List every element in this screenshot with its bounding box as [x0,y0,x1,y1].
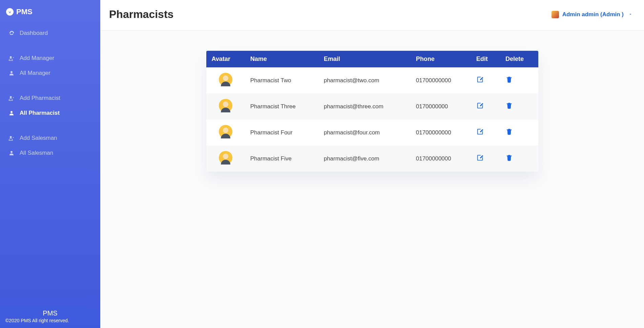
brand[interactable]: PMS [0,0,100,26]
cell-phone: 01700000000 [411,146,471,172]
trash-icon[interactable] [505,128,513,135]
sidebar-item-label: Add Salesman [20,135,57,141]
sidebar-item-label: All Salesman [20,150,53,156]
nav: DashboardAdd ManagerAll ManagerAdd Pharm… [0,26,100,171]
sidebar-item-label: All Manager [20,70,50,76]
avatar [219,73,232,86]
cell-email: pharmacist@three.com [318,93,411,119]
avatar [219,125,232,138]
sidebar-item-label: Add Manager [20,55,54,62]
cell-phone: 01700000000 [411,119,471,146]
cell-edit [471,67,500,93]
edit-icon[interactable] [476,128,484,135]
cell-name: Pharmacist Five [245,146,318,172]
svg-point-0 [8,10,12,14]
user-plus-icon [8,95,15,101]
cell-delete [500,67,538,93]
sidebar-item-dashboard[interactable]: Dashboard [0,26,100,41]
sidebar-item-all-salesman[interactable]: All Salesman [0,146,100,160]
edit-icon[interactable] [476,154,484,161]
svg-point-6 [11,111,13,113]
content: AvatarNameEmailPhoneEditDelete Pharmacis… [100,30,644,328]
cell-phone: 0170000000 [411,93,471,119]
brand-text: PMS [16,7,33,16]
sidebar: PMS DashboardAdd ManagerAll ManagerAdd P… [0,0,100,328]
svg-point-4 [11,71,13,73]
trash-icon[interactable] [505,102,513,109]
pharmacists-table: AvatarNameEmailPhoneEditDelete Pharmacis… [206,51,538,172]
user-badge-icon [552,11,559,18]
cell-edit [471,146,500,172]
cell-delete [500,119,538,146]
table-row: Pharmacist Fourpharmacist@four.com017000… [206,119,538,146]
trash-icon[interactable] [505,154,513,161]
user-label: Admin admin (Admin ) [562,11,624,18]
cell-phone: 01700000000 [411,67,471,93]
table-header-row: AvatarNameEmailPhoneEditDelete [206,51,538,67]
main: Pharmacists Admin admin (Admin ) AvatarN… [100,0,644,328]
cell-name: Pharmacist Three [245,93,318,119]
sidebar-item-add-salesman[interactable]: Add Salesman [0,131,100,146]
sidebar-item-label: Add Pharmacist [20,95,60,102]
col-email: Email [318,51,411,67]
edit-icon[interactable] [476,76,484,83]
edit-icon[interactable] [476,102,484,109]
col-edit: Edit [471,51,500,67]
table-row: Pharmacist Threepharmacist@three.com0170… [206,93,538,119]
cell-avatar [206,146,245,172]
laugh-icon [6,8,14,16]
svg-point-8 [11,151,13,153]
table-row: Pharmacist Fivepharmacist@five.com017000… [206,146,538,172]
user-dropdown[interactable]: Admin admin (Admin ) [552,11,632,18]
trash-icon[interactable] [505,76,513,83]
cell-name: Pharmacist Four [245,119,318,146]
cell-delete [500,146,538,172]
user-plus-icon [8,55,15,61]
cell-email: pharmacist@two.com [318,67,411,93]
pharmacists-table-card: AvatarNameEmailPhoneEditDelete Pharmacis… [206,51,538,172]
avatar [219,99,232,112]
cell-avatar [206,119,245,146]
col-avatar: Avatar [206,51,245,67]
col-name: Name [245,51,318,67]
col-delete: Delete [500,51,538,67]
sidebar-item-label: Dashboard [20,30,48,37]
cell-email: pharmacist@four.com [318,119,411,146]
user-plus-icon [8,135,15,141]
chevron-down-icon [628,11,632,18]
cell-avatar [206,67,245,93]
sidebar-item-label: All Pharmacist [20,110,60,116]
cell-email: pharmacist@five.com [318,146,411,172]
avatar [219,151,232,165]
user-icon [8,70,15,76]
sidebar-item-all-manager[interactable]: All Manager [0,66,100,81]
footer-appname: PMS [3,309,98,317]
cell-avatar [206,93,245,119]
svg-point-3 [10,56,12,58]
sidebar-item-add-manager[interactable]: Add Manager [0,51,100,66]
footer-copyright: ©2020 PMS All right reserved. [3,318,98,323]
cell-name: Pharmacist Two [245,67,318,93]
cell-edit [471,119,500,146]
svg-point-2 [10,11,11,12]
table-row: Pharmacist Twopharmacist@two.com01700000… [206,67,538,93]
svg-point-1 [9,11,9,12]
sidebar-item-all-pharmacist[interactable]: All Pharmacist [0,106,100,121]
user-icon [8,150,15,156]
sidebar-item-add-pharmacist[interactable]: Add Pharmacist [0,91,100,106]
header: Pharmacists Admin admin (Admin ) [100,0,644,30]
table-body: Pharmacist Twopharmacist@two.com01700000… [206,67,538,172]
col-phone: Phone [411,51,471,67]
svg-point-5 [10,96,12,98]
dashboard-icon [8,30,15,36]
cell-edit [471,93,500,119]
cell-delete [500,93,538,119]
svg-point-7 [10,136,12,138]
sidebar-footer: PMS ©2020 PMS All right reserved. [0,305,100,328]
page-title: Pharmacists [109,8,173,21]
user-icon [8,110,15,116]
